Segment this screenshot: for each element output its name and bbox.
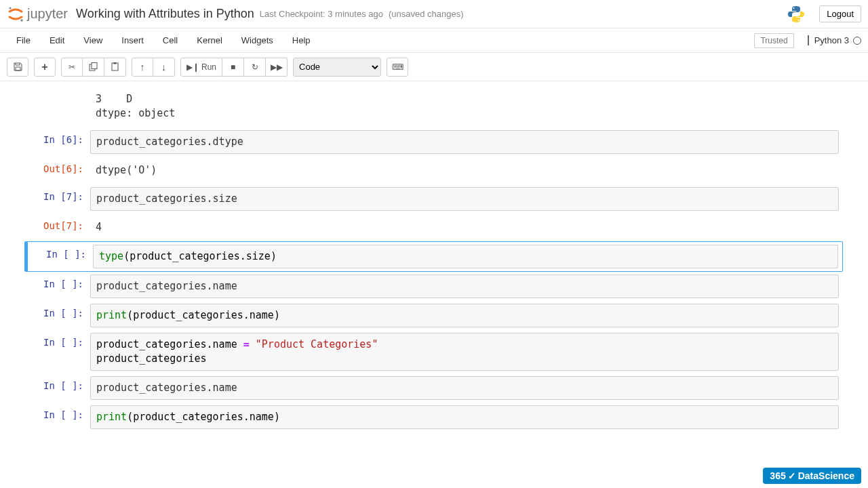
input-prompt: In [6]:: [29, 130, 90, 154]
output-row: Out[7]:4: [25, 214, 843, 241]
svg-rect-7: [114, 62, 117, 64]
svg-rect-6: [112, 63, 118, 70]
restart-icon: ↻: [252, 62, 258, 72]
arrow-down-icon: ↓: [161, 61, 167, 73]
copy-icon: [89, 62, 98, 71]
output-row: Out[6]:dtype('O'): [25, 157, 843, 184]
code-cell[interactable]: In [ ]:print(product_categories.name): [25, 403, 843, 432]
kernel-status-icon: [853, 37, 861, 45]
run-icon: ▶❙: [186, 62, 199, 72]
menu-file[interactable]: File: [7, 31, 40, 49]
svg-rect-5: [92, 63, 97, 69]
input-prompt: In [7]:: [29, 187, 90, 211]
cell-type-select[interactable]: Code: [293, 58, 381, 77]
input-prompt: In [ ]:: [29, 376, 90, 400]
plus-icon: +: [41, 61, 47, 73]
code-cell[interactable]: In [ ]:type(product_categories.size): [24, 241, 843, 272]
input-prompt: In [ ]:: [29, 304, 90, 327]
fast-forward-icon: ▶▶: [271, 62, 283, 72]
input-prompt: In [ ]:: [29, 405, 90, 429]
output-prompt: Out[7]:: [29, 216, 90, 239]
menu-kernel[interactable]: Kernel: [187, 31, 232, 49]
insert-cell-button[interactable]: +: [34, 58, 56, 77]
jupyter-orbit-icon: [7, 5, 24, 23]
menu-cell[interactable]: Cell: [153, 31, 187, 49]
input-prompt: In [ ]:: [29, 333, 90, 371]
menu-edit[interactable]: Edit: [40, 31, 74, 49]
cut-button[interactable]: ✂: [61, 58, 83, 77]
jupyter-logo[interactable]: jupyter: [7, 5, 68, 23]
command-palette-button[interactable]: ⌨: [387, 58, 408, 77]
code-input[interactable]: product_categories.name: [90, 376, 839, 400]
move-up-button[interactable]: ↑: [132, 58, 153, 77]
menu-help[interactable]: Help: [283, 31, 320, 49]
code-input[interactable]: print(product_categories.name): [90, 304, 839, 327]
paste-button[interactable]: [104, 58, 126, 77]
code-cell[interactable]: In [ ]:product_categories.name: [25, 373, 843, 403]
logout-button[interactable]: Logout: [819, 5, 861, 22]
code-cell[interactable]: In [7]:product_categories.size: [25, 184, 843, 214]
code-input[interactable]: product_categories.name = "Product Categ…: [90, 333, 839, 371]
svg-point-2: [793, 7, 795, 8]
watermark-badge: 365✓DataScience: [763, 468, 861, 484]
copy-button[interactable]: [83, 58, 104, 77]
menu-widgets[interactable]: Widgets: [232, 31, 283, 49]
svg-point-1: [20, 19, 23, 22]
move-down-button[interactable]: ↓: [153, 58, 175, 77]
code-cell[interactable]: In [ ]:product_categories.name: [25, 272, 843, 301]
code-input[interactable]: product_categories.dtype: [90, 130, 839, 154]
menu-insert[interactable]: Insert: [112, 31, 153, 49]
code-input[interactable]: type(product_categories.size): [93, 245, 838, 268]
autosave-status: (unsaved changes): [389, 9, 464, 19]
restart-run-all-button[interactable]: ▶▶: [266, 58, 288, 77]
menu-view[interactable]: View: [74, 31, 112, 49]
code-input[interactable]: product_categories.size: [90, 187, 839, 211]
notebook-name[interactable]: Working with Attributes in Python: [76, 7, 254, 21]
save-button[interactable]: [7, 58, 28, 77]
input-prompt: In [ ]:: [29, 274, 90, 298]
code-cell[interactable]: In [ ]:print(product_categories.name): [25, 301, 843, 330]
python-logo-icon: [787, 5, 806, 24]
output-text: 4: [90, 216, 839, 239]
paste-icon: [111, 62, 119, 71]
check-icon: ✓: [788, 470, 796, 481]
keyboard-icon: ⌨: [392, 62, 403, 72]
output-text: 3 D dtype: object: [90, 88, 839, 125]
trusted-indicator[interactable]: Trusted: [754, 33, 793, 48]
svg-point-0: [9, 7, 11, 9]
output-prompt: Out[6]:: [29, 159, 90, 182]
code-cell[interactable]: In [ ]:product_categories.name = "Produc…: [25, 330, 843, 373]
output-text: dtype('O'): [90, 159, 839, 182]
code-input[interactable]: print(product_categories.name): [90, 405, 839, 429]
code-input[interactable]: product_categories.name: [90, 274, 839, 298]
interrupt-button[interactable]: ■: [222, 58, 244, 77]
kernel-name[interactable]: Python 3: [808, 35, 849, 45]
code-cell[interactable]: In [6]:product_categories.dtype: [25, 127, 843, 157]
arrow-up-icon: ↑: [140, 61, 145, 73]
input-prompt: In [ ]:: [32, 245, 93, 268]
output-prompt: [29, 88, 90, 125]
run-button[interactable]: ▶❙Run: [180, 58, 222, 77]
checkpoint-label: Last Checkpoint: 3 minutes ago: [260, 9, 383, 19]
restart-button[interactable]: ↻: [244, 58, 266, 77]
jupyter-logo-text: jupyter: [27, 6, 68, 22]
scissors-icon: ✂: [68, 62, 75, 72]
svg-point-3: [798, 19, 800, 20]
stop-icon: ■: [231, 62, 235, 72]
output-row: 3 D dtype: object: [25, 85, 843, 127]
